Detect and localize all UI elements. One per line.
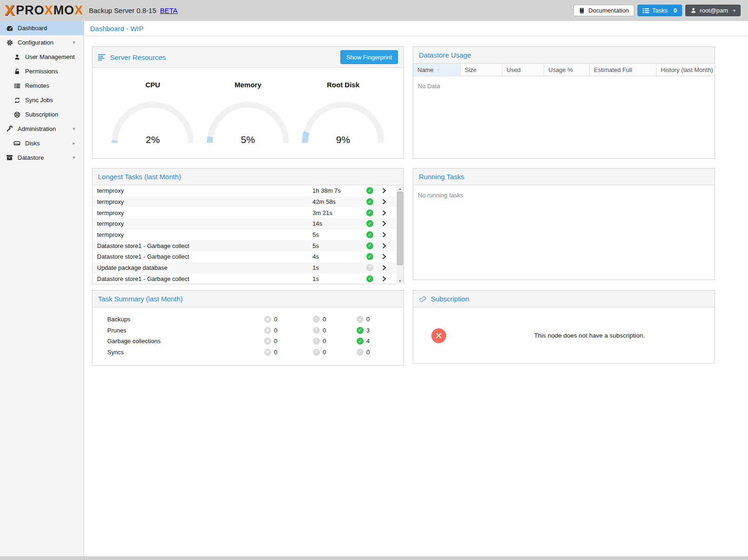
tasks-button[interactable]: Tasks 0 xyxy=(637,5,682,16)
tasks-count-badge: 0 xyxy=(674,7,677,14)
beta-link[interactable]: BETA xyxy=(160,7,177,14)
sidebar: Dashboard Configuration ▾ User Managemen… xyxy=(0,21,84,556)
sidebar-item-configuration[interactable]: Configuration ▾ xyxy=(0,35,84,50)
sidebar-item-remotes[interactable]: Remotes xyxy=(0,78,84,93)
summary-row-garbage-collections: Garbage collections 0 0 4 xyxy=(92,336,403,347)
task-row[interactable]: Datastore store1 - Garbage collect 1s xyxy=(92,273,397,285)
panel-title: Task Summary (last Month) xyxy=(98,295,183,303)
caret-down-icon[interactable]: ▾ xyxy=(72,126,75,132)
sidebar-item-datastore[interactable]: Datastore ▾ xyxy=(0,150,84,165)
list-icon xyxy=(13,83,21,89)
chevron-right-icon[interactable] xyxy=(382,232,386,238)
root-disk-gauge: Root Disk 9% xyxy=(299,81,387,145)
show-fingerprint-button[interactable]: Show Fingerprint xyxy=(340,50,398,64)
sidebar-item-sync-jobs[interactable]: Sync Jobs xyxy=(0,93,84,107)
warning-icon xyxy=(313,327,320,334)
task-row[interactable]: Datastore store1 - Garbage collect 4s xyxy=(92,251,397,262)
sidebar-item-disks[interactable]: Disks ▸ xyxy=(0,136,84,150)
chevron-right-icon[interactable] xyxy=(382,221,386,227)
running-tasks-panel: Running Tasks No running tasks xyxy=(413,168,715,280)
caret-down-icon[interactable]: ▾ xyxy=(72,39,75,46)
column-header-usage-pct[interactable]: Usage % xyxy=(544,64,590,76)
scrollbar[interactable]: ▴ ▾ xyxy=(397,185,403,284)
task-status-icon xyxy=(366,253,373,260)
task-list-icon xyxy=(643,8,649,13)
column-header-name[interactable]: Name↑ xyxy=(413,64,461,76)
column-header-used[interactable]: Used xyxy=(502,64,544,76)
wrench-icon xyxy=(6,125,13,132)
caret-down-icon[interactable]: ▾ xyxy=(72,155,75,161)
no-subscription-icon: ✕ xyxy=(431,328,446,343)
task-status-icon xyxy=(366,209,373,216)
error-icon xyxy=(264,327,271,334)
task-row[interactable]: termproxy 42m 58s xyxy=(92,196,397,208)
chevron-right-icon[interactable] xyxy=(382,188,386,194)
task-status-icon xyxy=(366,198,373,205)
task-row[interactable]: Datastore store1 - Garbage collect 5s xyxy=(92,240,397,251)
page-title: Dashboard - WIP xyxy=(90,25,143,33)
scrollbar-thumb[interactable] xyxy=(397,192,403,265)
task-status-icon xyxy=(366,275,373,282)
documentation-button[interactable]: Documentation xyxy=(573,5,634,16)
chevron-right-icon[interactable] xyxy=(382,210,386,216)
sync-icon xyxy=(13,97,21,104)
sidebar-item-administration[interactable]: Administration ▾ xyxy=(0,122,84,136)
ok-icon xyxy=(357,316,364,323)
chevron-right-icon[interactable] xyxy=(382,254,386,260)
task-status-icon xyxy=(366,231,373,238)
unlock-icon xyxy=(13,68,21,75)
cpu-gauge-value: 2% xyxy=(109,134,196,145)
book-icon xyxy=(579,7,585,14)
chevron-down-icon: ▾ xyxy=(733,8,735,13)
subscription-panel: Subscription ✕ This node does not have a… xyxy=(413,290,715,364)
task-summary-panel: Task Summary (last Month) Backups 0 0 0 … xyxy=(92,290,404,365)
panel-title: Longest Tasks (last Month) xyxy=(98,173,181,181)
summary-row-backups: Backups 0 0 0 xyxy=(92,314,403,325)
no-data-text: No Data xyxy=(413,76,715,90)
top-bar: XPROXMOX Backup Server 0.8-15 BETA Docum… xyxy=(0,0,748,21)
task-status-icon xyxy=(366,264,373,271)
warning-icon xyxy=(313,316,320,323)
ok-icon xyxy=(357,327,364,334)
error-icon xyxy=(264,338,271,345)
server-resources-icon xyxy=(98,54,106,61)
server-resources-panel: Server Resources Show Fingerprint CPU 2%… xyxy=(92,46,404,159)
task-row[interactable]: termproxy 1h 38m 7s xyxy=(92,185,397,196)
proxmox-x-icon: X xyxy=(5,2,15,19)
scroll-up-icon[interactable]: ▴ xyxy=(397,185,403,192)
column-header-estimated-full[interactable]: Estimated Full xyxy=(590,64,657,76)
sidebar-item-user-management[interactable]: User Management xyxy=(0,50,84,64)
sidebar-item-dashboard[interactable]: Dashboard xyxy=(0,21,84,35)
panel-title: Server Resources xyxy=(110,53,166,61)
caret-right-icon[interactable]: ▸ xyxy=(72,140,75,146)
task-status-icon xyxy=(366,187,373,194)
chevron-right-icon[interactable] xyxy=(382,243,386,249)
user-icon xyxy=(690,7,696,13)
sidebar-item-permissions[interactable]: Permissions xyxy=(0,64,84,78)
column-header-history[interactable]: History (last Month) xyxy=(657,64,715,76)
chevron-right-icon[interactable] xyxy=(382,199,386,205)
longest-tasks-panel: Longest Tasks (last Month) termproxy 1h … xyxy=(92,168,404,284)
datastore-table-header: Name↑ Size Used Usage % Estimated Full H… xyxy=(413,64,715,76)
warning-icon xyxy=(313,349,320,356)
task-row[interactable]: termproxy 5s xyxy=(92,229,397,241)
cpu-gauge: CPU 2% xyxy=(109,81,196,145)
column-header-size[interactable]: Size xyxy=(461,64,502,76)
chevron-right-icon[interactable] xyxy=(382,276,386,282)
scroll-down-icon[interactable]: ▾ xyxy=(397,278,403,284)
ok-icon xyxy=(357,338,364,345)
datastore-usage-panel: Datastore Usage Name↑ Size Used Usage % … xyxy=(413,46,715,159)
product-subtitle: Backup Server 0.8-15 xyxy=(89,7,156,14)
subscription-message: This node does not have a subscription. xyxy=(464,332,715,339)
task-status-icon xyxy=(366,242,373,249)
gears-icon xyxy=(6,39,13,46)
task-row[interactable]: termproxy 14s xyxy=(92,218,397,229)
chevron-right-icon[interactable] xyxy=(382,265,386,271)
task-row[interactable]: Update package database 1s xyxy=(92,262,397,273)
error-icon xyxy=(264,316,271,323)
user-menu-button[interactable]: root@pam ▾ xyxy=(685,5,741,16)
task-row[interactable]: termproxy 3m 21s xyxy=(92,207,397,218)
datastore-icon xyxy=(6,154,13,161)
sidebar-item-subscription[interactable]: Subscription xyxy=(0,107,84,122)
ok-icon xyxy=(357,349,364,356)
